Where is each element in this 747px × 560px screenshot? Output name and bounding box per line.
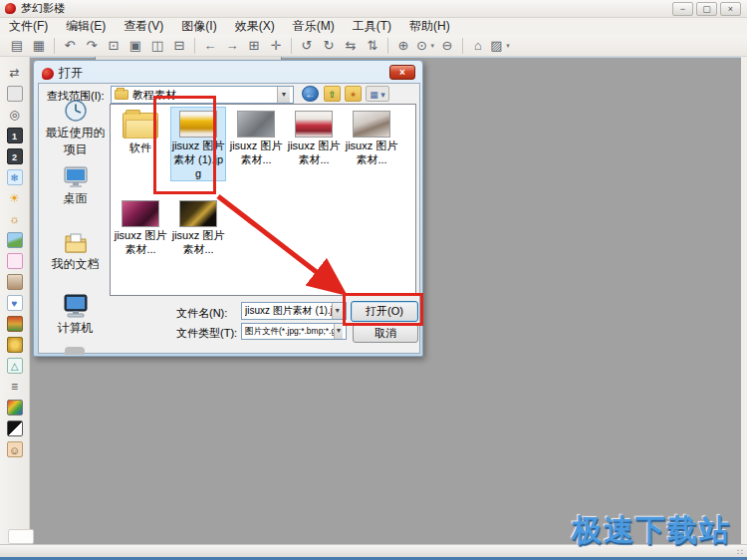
toolbar-separator bbox=[54, 38, 55, 54]
home-icon[interactable]: ⌂ bbox=[467, 37, 489, 55]
app-logo-flower-icon bbox=[5, 3, 16, 14]
menu-file[interactable]: 文件(F) bbox=[0, 18, 57, 35]
redo-icon[interactable]: ↷ bbox=[81, 37, 103, 55]
my-documents-icon bbox=[63, 231, 89, 255]
paste-icon[interactable]: ◫ bbox=[146, 37, 168, 55]
warm-gradient-icon[interactable] bbox=[7, 316, 23, 332]
dropdown-arrow-icon: ▾ bbox=[506, 42, 510, 49]
text-lines-icon[interactable]: ≡ bbox=[7, 379, 23, 395]
menu-bar: 文件(F) 编辑(E) 查看(V) 图像(I) 效果(X) 音乐(M) 工具(T… bbox=[0, 18, 747, 35]
open-icon[interactable]: ▤ bbox=[6, 37, 28, 55]
face-portrait-icon[interactable]: ☺ bbox=[7, 441, 23, 457]
dropdown-arrow-icon[interactable]: ▼ bbox=[277, 87, 290, 103]
menu-effects[interactable]: 效果(X) bbox=[226, 18, 284, 35]
back-button[interactable]: ← bbox=[302, 86, 319, 102]
sun-effect-icon[interactable]: ☀ bbox=[7, 190, 23, 206]
gold-frame-icon[interactable] bbox=[7, 337, 23, 353]
file-item[interactable]: jisuxz 图片素材... bbox=[228, 107, 284, 181]
undo-icon[interactable]: ↶ bbox=[59, 37, 81, 55]
resize-grip-icon[interactable]: ∷ bbox=[737, 547, 743, 557]
place-partial-item[interactable] bbox=[65, 347, 85, 355]
rainbow-gradient-icon[interactable] bbox=[7, 400, 23, 416]
heart-photo-icon[interactable]: ♥ bbox=[7, 295, 23, 311]
menu-help[interactable]: 帮助(H) bbox=[400, 18, 459, 35]
title-bar: 梦幻影楼 − ▢ × bbox=[0, 0, 747, 18]
menu-image[interactable]: 图像(I) bbox=[172, 18, 225, 35]
watermark-text: 极速下载站 bbox=[572, 510, 731, 551]
nudge-left-icon[interactable]: ← bbox=[199, 37, 221, 55]
image-effects-icon[interactable]: ▨ ▾ bbox=[489, 37, 511, 55]
file-item[interactable]: jisuxz 图片素材... bbox=[344, 107, 399, 181]
file-item[interactable]: jisuxz 图片素材... bbox=[113, 196, 168, 257]
zoom-level-icon[interactable]: ⊙ ▾ bbox=[414, 37, 436, 55]
copy-icon[interactable]: ▣ bbox=[124, 37, 146, 55]
dialog-close-button[interactable]: × bbox=[389, 65, 415, 80]
rotate-left-icon[interactable]: ↺ bbox=[296, 37, 318, 55]
portrait-photo-icon[interactable] bbox=[7, 274, 23, 290]
toolbar-separator bbox=[194, 38, 195, 54]
file-name-label: 文件名(N): bbox=[176, 306, 227, 321]
pink-frame-icon[interactable] bbox=[7, 253, 23, 269]
tool-sidebar: ⇄ ◎ 1 2 ❄ ☀ ☼ ♥ △ ≡ ☺ bbox=[0, 57, 30, 544]
zoom-in-icon[interactable]: ⊕ bbox=[392, 37, 414, 55]
file-name-value: jisuxz 图片素材 (1).jpg bbox=[245, 304, 332, 318]
menu-music[interactable]: 音乐(M) bbox=[284, 18, 344, 35]
file-type-value: 图片文件(*.jpg;*.bmp;*.gif;*.jpeg;*.p bbox=[245, 326, 334, 338]
new-folder-button[interactable]: ✶ bbox=[345, 86, 362, 102]
up-one-level-button[interactable]: ⇧ bbox=[324, 86, 341, 102]
place-desktop[interactable]: 桌面 bbox=[41, 165, 110, 207]
expand-icon[interactable]: ✛ bbox=[265, 37, 287, 55]
pink-glitter-thumbnail bbox=[122, 200, 159, 227]
camera-tool-icon[interactable]: ◎ bbox=[7, 107, 23, 123]
menu-view[interactable]: 查看(V) bbox=[115, 18, 172, 35]
transfer-tool-icon[interactable]: ⇄ bbox=[7, 65, 23, 81]
cancel-button[interactable]: 取消 bbox=[353, 324, 418, 343]
views-menu-button[interactable]: ▦ ▾ bbox=[366, 86, 389, 102]
landscape-photo-icon[interactable] bbox=[7, 232, 23, 248]
folder-icon bbox=[115, 90, 128, 100]
annotation-box-open-button bbox=[343, 293, 423, 326]
dropdown-arrow-icon[interactable]: ▼ bbox=[332, 303, 344, 319]
recent-items-icon bbox=[63, 98, 89, 124]
shine-effect-icon[interactable]: ☼ bbox=[7, 211, 23, 227]
menu-tools[interactable]: 工具(T) bbox=[344, 18, 400, 35]
delete-icon[interactable]: ⊟ bbox=[168, 37, 190, 55]
dark-gold-thumbnail bbox=[179, 200, 217, 227]
place-recent-items[interactable]: 最近使用的项目 bbox=[41, 98, 110, 158]
zoom-out-icon[interactable]: ⊖ bbox=[436, 37, 458, 55]
card-2-tool-icon[interactable]: 2 bbox=[7, 148, 23, 164]
file-type-select[interactable]: 图片文件(*.jpg;*.bmp;*.gif;*.jpeg;*.p ▼ bbox=[241, 323, 347, 340]
maximize-button[interactable]: ▢ bbox=[696, 2, 717, 16]
portrait-thumbnail bbox=[353, 111, 390, 138]
bw-contrast-icon[interactable] bbox=[7, 420, 23, 436]
dialog-title: 打开 bbox=[59, 65, 83, 82]
dropdown-arrow-icon[interactable]: ▼ bbox=[334, 324, 343, 339]
dropdown-arrow-icon: ▾ bbox=[431, 42, 435, 49]
layer-tool-icon[interactable] bbox=[7, 86, 23, 102]
window-title: 梦幻影楼 bbox=[21, 1, 65, 16]
minimize-button[interactable]: − bbox=[672, 2, 693, 16]
toolbar-separator bbox=[291, 38, 292, 54]
file-item[interactable]: jisuxz 图片素材... bbox=[170, 196, 226, 257]
nudge-right-icon[interactable]: → bbox=[221, 37, 243, 55]
place-my-documents[interactable]: 我的文档 bbox=[41, 231, 110, 273]
flip-horizontal-icon[interactable]: ⇆ bbox=[340, 37, 362, 55]
places-bar: 最近使用的项目 桌面 我的文档 bbox=[41, 98, 110, 351]
card-1-tool-icon[interactable]: 1 bbox=[7, 128, 23, 143]
close-button[interactable]: × bbox=[720, 2, 741, 16]
crop-icon[interactable]: ⊡ bbox=[103, 37, 124, 55]
save-icon[interactable]: ▦ bbox=[28, 37, 50, 55]
menu-edit[interactable]: 编辑(E) bbox=[57, 18, 115, 35]
fit-selection-icon[interactable]: ⊞ bbox=[243, 37, 265, 55]
flip-vertical-icon[interactable]: ⇅ bbox=[362, 37, 383, 55]
rotate-right-icon[interactable]: ↻ bbox=[318, 37, 340, 55]
dialog-flower-icon bbox=[42, 68, 54, 80]
file-item[interactable]: jisuxz 图片素材... bbox=[286, 107, 342, 181]
snow-effect-icon[interactable]: ❄ bbox=[7, 169, 23, 185]
triangle-mask-icon[interactable]: △ bbox=[7, 358, 23, 374]
computer-icon bbox=[62, 293, 90, 319]
annotation-box-selected-file bbox=[153, 96, 216, 194]
place-computer[interactable]: 计算机 bbox=[41, 293, 110, 337]
desktop-icon bbox=[63, 165, 89, 189]
file-name-input[interactable]: jisuxz 图片素材 (1).jpg ▼ bbox=[241, 302, 347, 320]
